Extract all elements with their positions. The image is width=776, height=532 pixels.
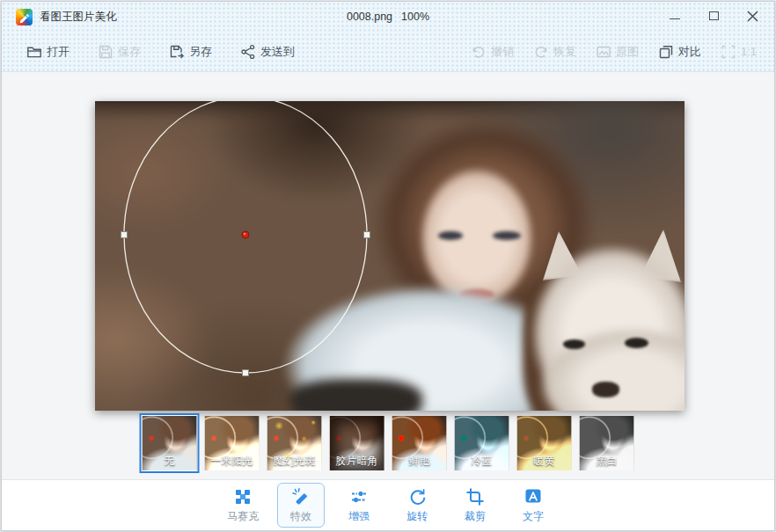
- sliders-icon: [349, 487, 369, 506]
- mosaic-tool-button[interactable]: 马赛克: [219, 483, 267, 528]
- compare-button[interactable]: 对比: [658, 44, 701, 60]
- main-toolbar: 打开 保存 另存 发送到 撤销: [2, 32, 774, 71]
- app-title: 看图王图片美化: [40, 10, 117, 25]
- selection-center-highlight: [244, 233, 246, 236]
- save-icon: [98, 44, 113, 60]
- text-tool-button[interactable]: 文字: [509, 483, 557, 528]
- filter-thumb-black-white[interactable]: 黑白: [580, 416, 634, 470]
- canvas-image[interactable]: [95, 101, 684, 411]
- filter-strip: 无 一米阳光 魔幻光斑 胶片暗角 鲜艳 冷蓝 暖黄 黑白: [143, 416, 634, 470]
- selection-handle-bottom[interactable]: [243, 370, 249, 376]
- filter-label: 鲜艳: [392, 454, 447, 469]
- text-icon: [523, 487, 543, 506]
- close-button[interactable]: [739, 4, 765, 27]
- compare-icon: [658, 44, 674, 60]
- selection-handle-right[interactable]: [364, 232, 370, 238]
- filter-thumb-sunshine[interactable]: 一米阳光: [205, 416, 260, 470]
- crop-icon: [465, 487, 485, 506]
- open-button[interactable]: 打开: [26, 44, 70, 60]
- toolbar-left-group: 打开 保存 另存 发送到: [26, 44, 295, 60]
- document-filename: 0008.png: [347, 11, 392, 23]
- folder-open-icon: [26, 44, 42, 60]
- filter-label: 黑白: [580, 454, 634, 469]
- zoom-level: 100%: [401, 11, 429, 23]
- selection-handle-left[interactable]: [121, 232, 128, 238]
- text-label: 文字: [523, 509, 544, 524]
- filter-label: 魔幻光斑: [267, 454, 322, 469]
- effects-tool-button[interactable]: 特效: [277, 483, 325, 528]
- maximize-button[interactable]: [700, 4, 727, 27]
- save-as-icon: [169, 44, 185, 60]
- filter-label: 冷蓝: [455, 454, 509, 469]
- close-icon: [747, 11, 758, 22]
- minimize-button[interactable]: [662, 4, 688, 27]
- undo-label: 撤销: [491, 44, 514, 60]
- undo-button[interactable]: 撤销: [471, 44, 514, 60]
- send-to-button[interactable]: 发送到: [240, 44, 295, 60]
- rotate-icon: [407, 487, 427, 506]
- crop-label: 裁剪: [465, 509, 486, 524]
- save-as-label: 另存: [189, 44, 212, 60]
- original-image-label: 原图: [616, 44, 639, 60]
- effects-label: 特效: [290, 509, 311, 524]
- save-label: 保存: [118, 44, 141, 60]
- filter-label: 胶片暗角: [330, 454, 384, 469]
- mosaic-icon: [233, 487, 253, 506]
- filter-thumb-magic-bokeh[interactable]: 魔幻光斑: [267, 416, 322, 470]
- filter-thumb-vivid[interactable]: 鲜艳: [392, 416, 447, 470]
- compare-label: 对比: [678, 44, 701, 60]
- document-title: 0008.png 100%: [2, 2, 774, 32]
- maximize-icon: [709, 11, 719, 20]
- titlebar[interactable]: 看图王图片美化 0008.png 100%: [2, 2, 774, 32]
- one-to-one-label: 1:1: [741, 45, 757, 58]
- filter-label: 无: [143, 454, 197, 469]
- app-logo-icon: [16, 9, 33, 26]
- filter-thumb-warm-yellow[interactable]: 暖黄: [517, 416, 572, 470]
- header: 看图王图片美化 0008.png 100% 打开: [2, 2, 774, 72]
- selection-center-marker[interactable]: [242, 231, 249, 238]
- filter-thumb-none[interactable]: 无: [143, 416, 197, 470]
- crop-tool-button[interactable]: 裁剪: [451, 483, 499, 528]
- save-button[interactable]: 保存: [98, 44, 141, 60]
- undo-icon: [471, 44, 487, 60]
- minimize-icon: [670, 18, 680, 19]
- redo-icon: [533, 44, 549, 60]
- filter-label: 暖黄: [517, 454, 572, 469]
- save-as-button[interactable]: 另存: [169, 44, 212, 60]
- share-icon: [240, 44, 256, 60]
- filter-thumb-film-vignette[interactable]: 胶片暗角: [330, 416, 384, 470]
- redo-button[interactable]: 恢复: [533, 44, 576, 60]
- redo-label: 恢复: [553, 44, 576, 60]
- one-to-one-icon: [721, 44, 736, 60]
- filter-thumb-cool-blue[interactable]: 冷蓝: [455, 416, 509, 470]
- filter-label: 一米阳光: [205, 454, 260, 469]
- magic-wand-icon: [291, 487, 311, 506]
- window-controls: [662, 4, 765, 27]
- original-image-icon: [596, 44, 611, 60]
- rotate-label: 旋转: [406, 509, 428, 524]
- bottom-toolbar: 马赛克 特效 增强 旋转 裁剪 文字: [2, 479, 774, 530]
- app-window: 看图王图片美化 0008.png 100% 打开: [1, 1, 775, 531]
- mosaic-label: 马赛克: [227, 509, 259, 524]
- open-label: 打开: [47, 44, 70, 60]
- toolbar-right-group: 撤销 恢复 原图 对比 1:1: [471, 44, 757, 60]
- rotate-tool-button[interactable]: 旋转: [393, 483, 441, 528]
- selection-overlay: [95, 101, 684, 411]
- enhance-label: 增强: [348, 509, 370, 524]
- one-to-one-button[interactable]: 1:1: [721, 44, 757, 60]
- original-image-button[interactable]: 原图: [596, 44, 639, 60]
- enhance-tool-button[interactable]: 增强: [335, 483, 383, 528]
- send-to-label: 发送到: [260, 44, 295, 60]
